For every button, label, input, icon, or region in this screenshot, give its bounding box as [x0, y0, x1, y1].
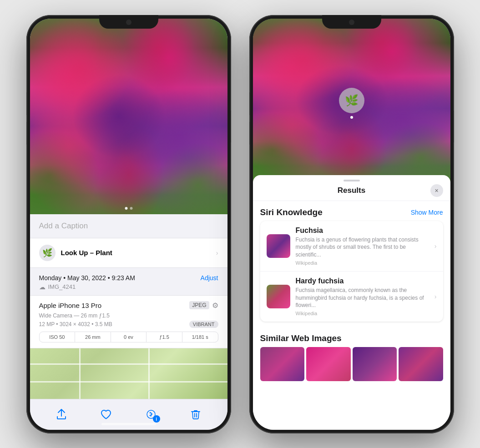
camera-details-text: Wide Camera — 26 mm ƒ1.5	[39, 312, 218, 319]
format-badge: JPEG	[189, 301, 209, 309]
sheet-header: Results ×	[253, 185, 450, 201]
cloud-icon: ☁	[39, 283, 45, 291]
photo-area-1[interactable]	[30, 19, 227, 214]
knowledge-card: Fuchsia Fuchsia is a genus of flowering …	[260, 221, 443, 322]
favorite-button[interactable]	[96, 404, 116, 424]
date-info-section: Monday • May 30, 2022 • 9:23 AM Adjust ☁…	[30, 268, 227, 296]
phone-1-home-bar	[101, 423, 156, 425]
visual-search-button[interactable]: 🌿	[339, 88, 364, 113]
caption-row[interactable]: Add a Caption	[30, 214, 227, 238]
phone-2-home-bar	[324, 423, 379, 425]
page-dot-2	[130, 207, 132, 210]
exif-ev: 0 ev	[111, 332, 147, 342]
knowledge-item-fuchsia[interactable]: Fuchsia Fuchsia is a genus of flowering …	[260, 221, 443, 272]
lookup-subject: Plant	[96, 249, 112, 257]
adjust-button[interactable]: Adjust	[201, 274, 218, 282]
hardy-fuchsia-source: Wikipedia	[296, 311, 429, 316]
phone-2-vol-down	[249, 122, 250, 145]
siri-knowledge-header: Siri Knowledge Show More	[253, 201, 450, 221]
info-button[interactable]: i	[141, 404, 161, 424]
hardy-fuchsia-thumbnail	[267, 285, 290, 308]
web-image-3[interactable]	[353, 347, 397, 381]
knowledge-item-hardy-fuchsia[interactable]: Hardy fuchsia Fuchsia magellanica, commo…	[260, 272, 443, 322]
exif-aperture: ƒ1.5	[147, 332, 182, 342]
camera-model-text: Apple iPhone 13 Pro	[39, 302, 102, 309]
hardy-fuchsia-info: Hardy fuchsia Fuchsia magellanica, commo…	[296, 277, 429, 316]
phone-1-camera	[126, 20, 131, 25]
vibrant-badge: VIBRANT	[189, 321, 218, 328]
info-area-1: Add a Caption 🌿 Look Up – Plant ›	[30, 214, 227, 399]
phone-2-power	[454, 111, 454, 142]
camera-settings-icon[interactable]: ⚙	[212, 301, 218, 310]
screen1: Add a Caption 🌿 Look Up – Plant ›	[30, 19, 227, 430]
resolution-row: 12 MP • 3024 × 4032 • 3.5 MB VIBRANT	[39, 321, 218, 328]
fuchsia-description: Fuchsia is a genus of flowering plants t…	[296, 236, 429, 259]
hardy-fuchsia-name: Hardy fuchsia	[296, 277, 429, 285]
map-road-h2	[30, 381, 227, 383]
lookup-text: Look Up – Plant	[61, 249, 112, 257]
fuchsia-source: Wikipedia	[296, 260, 429, 266]
show-more-button[interactable]: Show More	[411, 209, 443, 216]
lookup-plant-icon: 🌿	[39, 245, 56, 261]
phone-2: 🌿 Results ×	[249, 15, 454, 433]
fuchsia-info: Fuchsia Fuchsia is a genus of flowering …	[296, 227, 429, 266]
results-sheet: Results × Siri Knowledge Show More	[253, 175, 450, 430]
fuchsia-thumbnail	[267, 234, 290, 258]
jpeg-badge-area: JPEG ⚙	[189, 301, 218, 310]
fuchsia-chevron-icon: ›	[435, 242, 437, 250]
photo-area-2[interactable]: 🌿	[253, 19, 450, 182]
web-image-1[interactable]	[260, 347, 305, 381]
caption-placeholder[interactable]: Add a Caption	[39, 221, 88, 230]
page-dots-1	[125, 207, 132, 210]
visual-search-dot	[350, 116, 353, 119]
info-badge: i	[153, 415, 160, 423]
location-row: ☁ IMG_4241	[39, 283, 218, 291]
map-road-v1	[79, 348, 81, 399]
share-button[interactable]	[51, 404, 71, 424]
phone-2-camera	[349, 20, 354, 25]
date-row: Monday • May 30, 2022 • 9:23 AM Adjust	[39, 274, 218, 282]
web-image-4[interactable]	[399, 347, 443, 381]
camera-header: Apple iPhone 13 Pro JPEG ⚙	[39, 301, 218, 310]
sheet-content: Siri Knowledge Show More Fuchsia Fuchsia…	[253, 201, 450, 430]
web-images-header: Similar Web Images	[260, 328, 443, 347]
lookup-chevron-icon: ›	[216, 249, 218, 257]
exif-focal: 26 mm	[75, 332, 111, 342]
hardy-fuchsia-chevron-icon: ›	[435, 293, 437, 300]
phones-container: Add a Caption 🌿 Look Up – Plant ›	[26, 15, 454, 433]
map-road-h1	[30, 363, 227, 365]
phone-1-vol-up	[26, 92, 27, 115]
exif-shutter: 1/181 s	[182, 332, 218, 342]
exif-iso: ISO 50	[40, 332, 76, 342]
phone-1-vol-down	[26, 122, 27, 145]
location-text: IMG_4241	[48, 283, 76, 290]
sheet-close-button[interactable]: ×	[430, 184, 443, 197]
flower-overlay	[30, 19, 227, 214]
phone-2-vol-up	[249, 92, 250, 115]
resolution-text: 12 MP • 3024 × 4032 • 3.5 MB	[39, 321, 112, 327]
camera-info-section: Apple iPhone 13 Pro JPEG ⚙ Wide Camera —…	[30, 296, 227, 348]
hardy-fuchsia-description: Fuchsia magellanica, commonly known as t…	[296, 287, 429, 309]
web-images-grid	[260, 347, 443, 381]
phone-1: Add a Caption 🌿 Look Up – Plant ›	[26, 15, 231, 433]
delete-button[interactable]	[186, 404, 206, 424]
web-images-title: Similar Web Images	[260, 333, 342, 343]
map-road-v2	[148, 348, 150, 399]
phone-1-screen: Add a Caption 🌿 Look Up – Plant ›	[30, 19, 227, 430]
date-text: Monday • May 30, 2022 • 9:23 AM	[39, 274, 135, 282]
fuchsia-name: Fuchsia	[296, 227, 429, 235]
web-images-section: Similar Web Images	[253, 322, 450, 385]
screen2: 🌿 Results ×	[253, 19, 450, 430]
exif-row: ISO 50 26 mm 0 ev ƒ1.5 1/181 s	[39, 332, 218, 342]
web-image-2[interactable]	[306, 347, 351, 381]
map-preview[interactable]	[30, 348, 227, 399]
sheet-title: Results	[338, 186, 365, 195]
close-icon: ×	[435, 187, 438, 194]
siri-knowledge-title: Siri Knowledge	[260, 207, 323, 217]
sheet-handle[interactable]	[344, 180, 360, 181]
page-dot-1	[125, 207, 127, 210]
lookup-row[interactable]: 🌿 Look Up – Plant ›	[30, 238, 227, 268]
phone-1-power	[231, 111, 231, 142]
phone-2-screen: 🌿 Results ×	[253, 19, 450, 430]
